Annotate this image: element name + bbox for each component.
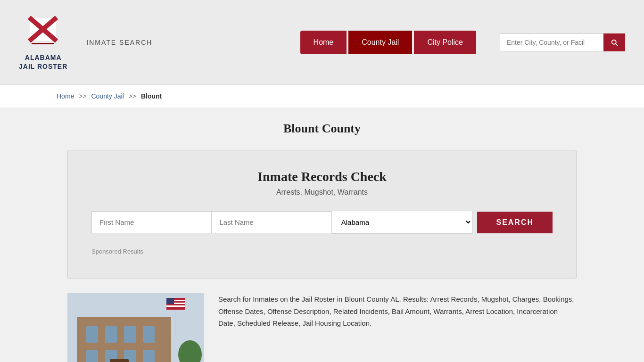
sponsored-label: Sponsored Results bbox=[91, 248, 553, 255]
site-logo[interactable]: ALABAMA JAIL ROSTER bbox=[19, 14, 67, 70]
main-content: Blount County Inmate Records Check Arres… bbox=[58, 122, 586, 362]
courthouse-image: BLOUNT COUNTY COURTHOUSE bbox=[67, 293, 204, 362]
logo-text: ALABAMA JAIL ROSTER bbox=[19, 53, 67, 70]
first-name-input[interactable] bbox=[91, 211, 211, 233]
inmate-search-label: INMATE SEARCH bbox=[86, 39, 152, 46]
bottom-section: BLOUNT COUNTY COURTHOUSE Search for Inma… bbox=[67, 293, 577, 362]
nav-city-police-button[interactable]: City Police bbox=[414, 31, 476, 54]
header-search-area bbox=[500, 33, 625, 51]
nav-home-button[interactable]: Home bbox=[300, 31, 347, 54]
header-search-button[interactable] bbox=[603, 33, 625, 51]
breadcrumb-home-link[interactable]: Home bbox=[57, 92, 74, 100]
breadcrumb: Home >> County Jail >> Blount bbox=[0, 85, 644, 107]
svg-rect-6 bbox=[86, 326, 98, 343]
breadcrumb-sep-1: >> bbox=[79, 92, 86, 100]
page-title: Blount County bbox=[67, 122, 577, 136]
logo-flag-image bbox=[25, 14, 62, 51]
svg-rect-20 bbox=[166, 298, 174, 304]
county-description: Search for Inmates on the Jail Roster in… bbox=[218, 293, 577, 329]
breadcrumb-sep-2: >> bbox=[129, 92, 136, 100]
breadcrumb-current: Blount bbox=[141, 92, 162, 100]
svg-rect-3 bbox=[32, 43, 54, 44]
last-name-input[interactable] bbox=[211, 211, 331, 233]
state-select[interactable]: Alabama Alaska Arizona Arkansas Californ… bbox=[332, 211, 473, 234]
inmate-search-button[interactable]: SEARCH bbox=[477, 212, 553, 233]
records-subtitle: Arrests, Mugshot, Warrants bbox=[91, 188, 553, 197]
header-search-input[interactable] bbox=[500, 33, 603, 51]
main-nav: Home County Jail City Police bbox=[300, 31, 476, 54]
svg-rect-9 bbox=[143, 326, 155, 343]
svg-rect-10 bbox=[86, 350, 98, 362]
records-title: Inmate Records Check bbox=[91, 169, 553, 184]
svg-rect-8 bbox=[124, 326, 136, 343]
svg-rect-13 bbox=[143, 350, 155, 362]
breadcrumb-county-jail-link[interactable]: County Jail bbox=[91, 92, 124, 100]
svg-rect-7 bbox=[105, 326, 117, 343]
inmate-search-form: Alabama Alaska Arizona Arkansas Californ… bbox=[91, 211, 553, 234]
svg-rect-14 bbox=[110, 359, 129, 362]
site-header: ALABAMA JAIL ROSTER INMATE SEARCH Home C… bbox=[0, 0, 644, 85]
records-check-box: Inmate Records Check Arrests, Mugshot, W… bbox=[67, 150, 577, 279]
svg-rect-19 bbox=[166, 305, 185, 307]
search-icon bbox=[610, 38, 619, 47]
nav-county-jail-button[interactable]: County Jail bbox=[348, 31, 412, 54]
